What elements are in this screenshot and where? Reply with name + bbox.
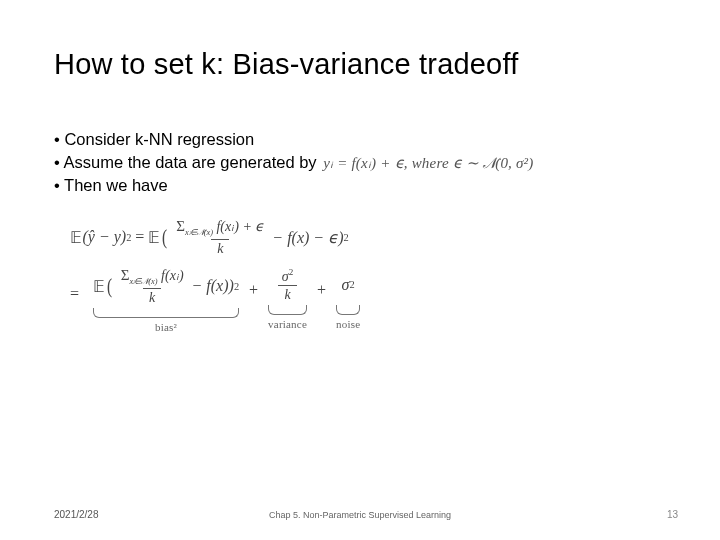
- bullet-item: Assume the data are generated by yᵢ = f(…: [54, 151, 533, 174]
- eq-text: − f(x)): [192, 277, 234, 295]
- fraction-numerator: Σxᵢ∈𝒩(x) f(xᵢ): [117, 267, 188, 288]
- bullet-item: Consider k-NN regression: [54, 128, 533, 151]
- slide: How to set k: Bias-variance tradeoff Con…: [0, 0, 720, 540]
- eq-text: f(xᵢ): [161, 268, 183, 283]
- eq-sup: 2: [234, 281, 239, 292]
- bullet-list: Consider k-NN regression Assume the data…: [54, 128, 533, 197]
- fraction: σ2 k: [278, 267, 297, 304]
- eq-equals: =: [70, 285, 83, 303]
- fraction: Σxᵢ∈𝒩(x) f(xᵢ) + ϵ k: [172, 218, 268, 257]
- footer-chapter: Chap 5. Non-Parametric Supervised Learni…: [0, 510, 720, 520]
- eq-text: − f(x) − ϵ): [272, 228, 343, 247]
- term-label: variance: [268, 318, 307, 330]
- noise-term: σ2 noise: [336, 267, 360, 330]
- term-label: bias²: [155, 321, 177, 333]
- plus-icon: +: [317, 281, 326, 299]
- fraction-numerator: σ2: [278, 267, 297, 286]
- bullet-text: Consider k-NN regression: [64, 130, 254, 148]
- bias-term: 𝔼 ( Σxᵢ∈𝒩(x) f(xᵢ) k − f(x)) 2 bias²: [93, 267, 239, 333]
- eq-sup: 2: [289, 267, 294, 277]
- eq-text: + ϵ: [239, 219, 264, 234]
- equation-block: 𝔼 (ŷ − y) 2 = 𝔼 ( Σxᵢ∈𝒩(x) f(xᵢ) + ϵ k −…: [70, 218, 364, 333]
- equation-line-2: = 𝔼 ( Σxᵢ∈𝒩(x) f(xᵢ) k − f(x)) 2: [70, 267, 364, 333]
- sigma-icon: Σ: [121, 267, 130, 283]
- underbrace-icon: [336, 305, 360, 315]
- eq-text: σ: [342, 276, 350, 294]
- underbrace-icon: [268, 305, 307, 315]
- inline-equation: yᵢ = f(xᵢ) + ϵ, where ϵ ∼ 𝒩(0, σ²): [323, 155, 533, 171]
- fraction-denominator: k: [211, 239, 229, 257]
- eq-equals: =: [131, 228, 148, 246]
- eq-sup: 2: [349, 279, 354, 290]
- expectation-symbol: 𝔼: [148, 228, 161, 247]
- variance-term: σ2 k variance: [268, 267, 307, 331]
- paren-open: (: [107, 273, 112, 299]
- underbrace-icon: [93, 308, 239, 318]
- slide-footer: 2021/2/28 Chap 5. Non-Parametric Supervi…: [0, 509, 720, 520]
- expectation-symbol: 𝔼: [93, 277, 106, 296]
- fraction-numerator: Σxᵢ∈𝒩(x) f(xᵢ) + ϵ: [172, 218, 268, 239]
- sum-subscript: xᵢ∈𝒩(x): [185, 228, 213, 237]
- sigma-icon: Σ: [176, 218, 185, 234]
- bullet-item: Then we have: [54, 174, 533, 197]
- expectation-symbol: 𝔼: [70, 228, 83, 247]
- bullet-text: Then we have: [64, 176, 168, 194]
- eq-sup: 2: [343, 232, 348, 243]
- plus-icon: +: [249, 281, 258, 299]
- bullet-text: Assume the data are generated by: [63, 153, 316, 171]
- term-label: noise: [336, 318, 360, 330]
- fraction: Σxᵢ∈𝒩(x) f(xᵢ) k: [117, 267, 188, 306]
- slide-title: How to set k: Bias-variance tradeoff: [54, 48, 518, 81]
- eq-text: σ: [282, 268, 289, 283]
- fraction-denominator: k: [278, 285, 296, 303]
- paren-open: (: [162, 224, 167, 250]
- eq-text: f(xᵢ): [216, 219, 238, 234]
- sum-subscript: xᵢ∈𝒩(x): [130, 277, 158, 286]
- equation-line-1: 𝔼 (ŷ − y) 2 = 𝔼 ( Σxᵢ∈𝒩(x) f(xᵢ) + ϵ k −…: [70, 218, 364, 257]
- eq-text: (ŷ − y): [83, 228, 127, 246]
- fraction-denominator: k: [143, 288, 161, 306]
